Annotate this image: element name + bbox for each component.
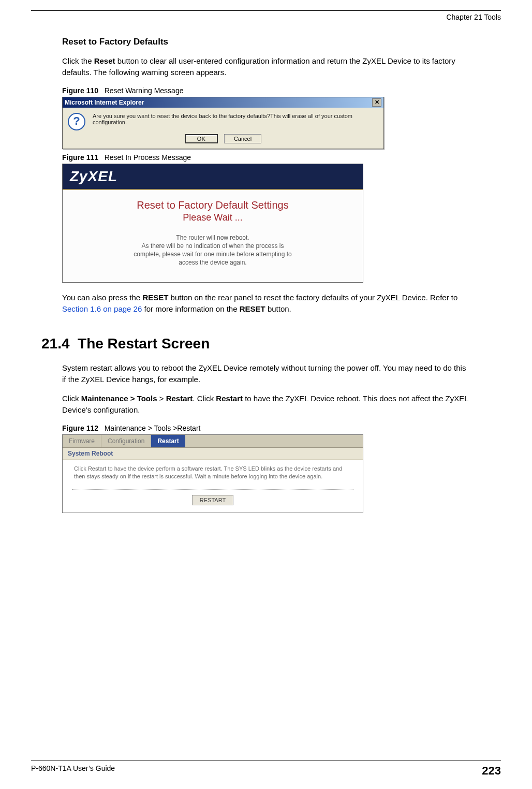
ie-titlebar: Microsoft Internet Explorer ✕ [63, 97, 383, 108]
reset-title: Reset to Factory Default Settings [68, 199, 358, 211]
guide-name: P-660N-T1A User’s Guide [31, 764, 115, 778]
restart-para2: Click Maintenance > Tools > Restart. Cli… [62, 393, 470, 416]
please-wait: Please Wait ... [68, 212, 358, 223]
reboot-msg-3: complete, please wait for one minute bef… [68, 250, 358, 258]
zyxel-logo: ZyXEL [70, 168, 117, 185]
tab-restart[interactable]: Restart [151, 435, 185, 447]
restart-button[interactable]: RESTART [192, 495, 233, 505]
section-number: 21.4 [41, 335, 70, 352]
figure-title: Reset Warning Message [105, 86, 184, 95]
figure-title: Maintenance > Tools >Restart [105, 424, 201, 432]
question-icon: ? [68, 113, 85, 130]
dialog-message: Are you sure you want to reset the devic… [93, 113, 378, 130]
restart-screen: Firmware Configuration Restart System Re… [62, 434, 363, 513]
text: button. [265, 304, 291, 313]
ie-dialog: Microsoft Internet Explorer ✕ ? Are you … [62, 97, 384, 149]
text: for more information on the [142, 304, 239, 313]
text: Click [62, 394, 81, 403]
figure-111-caption: Figure 111 Reset In Process Message [62, 153, 470, 162]
close-icon[interactable]: ✕ [372, 98, 381, 107]
reboot-msg-4: access the device again. [68, 258, 358, 267]
dialog-title: Microsoft Internet Explorer [65, 99, 144, 106]
text: . Click [193, 394, 216, 403]
figure-112-caption: Figure 112 Maintenance > Tools >Restart [62, 424, 470, 432]
bold-reset: Reset [94, 56, 115, 65]
text: Click the [62, 56, 94, 65]
figure-label: Figure 112 [62, 424, 98, 432]
restart-para1: System restart allows you to reboot the … [62, 362, 470, 385]
figure-110-caption: Figure 110 Reset Warning Message [62, 86, 470, 95]
tab-firmware[interactable]: Firmware [63, 435, 101, 447]
section-title: The Restart Screen [78, 335, 210, 352]
bold-path: Maintenance > Tools [81, 394, 157, 403]
page-footer: P-660N-T1A User’s Guide 223 [31, 761, 501, 778]
text: You can also press the [62, 293, 142, 302]
tab-configuration[interactable]: Configuration [101, 435, 151, 447]
ok-button[interactable]: OK [185, 134, 218, 143]
reset-heading: Reset to Factory Defaults [62, 37, 470, 47]
reset-paragraph: Click the Reset button to clear all user… [62, 55, 470, 78]
system-reboot-header: System Reboot [63, 448, 363, 460]
page-number: 223 [482, 764, 501, 778]
cancel-button[interactable]: Cancel [224, 134, 261, 143]
text: > [157, 394, 166, 403]
zyxel-wait-screen: ZyXEL Reset to Factory Default Settings … [62, 164, 363, 283]
reboot-msg-1: The router will now reboot. [68, 233, 358, 242]
chapter-header: Chapter 21 Tools [31, 13, 501, 21]
bold-reset: RESET [142, 293, 168, 302]
restart-tabs: Firmware Configuration Restart [63, 435, 363, 448]
figure-title: Reset In Process Message [105, 153, 191, 162]
figure-label: Figure 111 [62, 153, 98, 162]
bold-restart: Restart [166, 394, 193, 403]
reboot-msg-2: As there will be no indication of when t… [68, 242, 358, 250]
figure-label: Figure 110 [62, 86, 98, 95]
section-link[interactable]: Section 1.6 on page 26 [62, 304, 142, 313]
bold-restart: Restart [216, 394, 243, 403]
zyxel-header: ZyXEL [63, 164, 363, 190]
restart-description: Click Restart to have the device perform… [63, 460, 363, 485]
text: button to clear all user-entered configu… [62, 56, 455, 77]
restart-screen-heading: 21.4 The Restart Screen [41, 335, 491, 352]
reset-rear-panel-paragraph: You can also press the RESET button on t… [62, 292, 470, 315]
text: button on the rear panel to reset the fa… [168, 293, 457, 302]
bold-reset: RESET [240, 304, 265, 313]
